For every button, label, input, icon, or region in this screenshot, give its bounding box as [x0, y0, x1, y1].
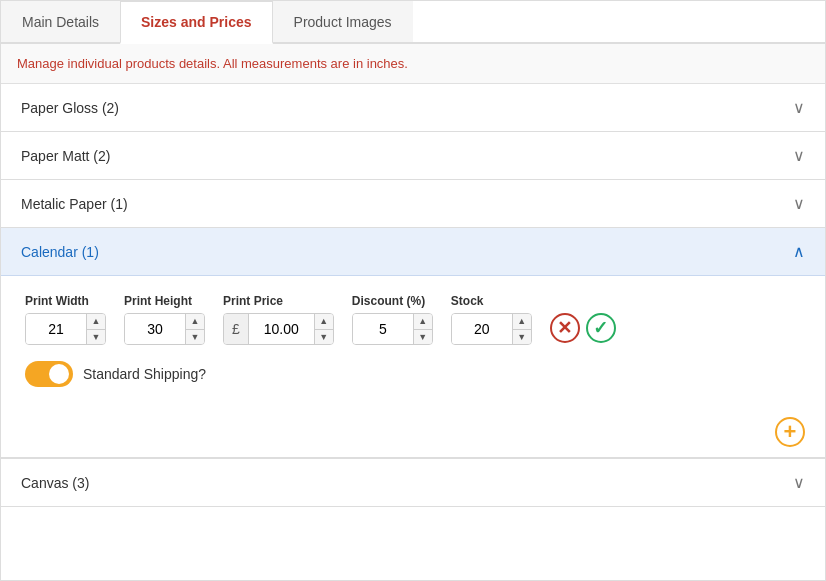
chevron-up-icon-calendar: ∧ — [793, 242, 805, 261]
chevron-down-icon-canvas: ∨ — [793, 473, 805, 492]
discount-label: Discount (%) — [352, 294, 425, 308]
accordion-header-calendar[interactable]: Calendar (1) ∧ — [1, 228, 825, 276]
form-group-print-height: Print Height ▲ ▼ — [124, 294, 205, 345]
print-price-down[interactable]: ▼ — [315, 329, 333, 346]
accordion-header-paper-gloss[interactable]: Paper Gloss (2) ∨ — [1, 84, 825, 131]
print-price-label: Print Price — [223, 294, 283, 308]
print-width-spinbtns: ▲ ▼ — [86, 313, 105, 345]
print-height-down[interactable]: ▼ — [186, 329, 204, 346]
print-height-label: Print Height — [124, 294, 192, 308]
shipping-toggle[interactable] — [25, 361, 73, 387]
chevron-down-icon-paper-gloss: ∨ — [793, 98, 805, 117]
shipping-toggle-label: Standard Shipping? — [83, 366, 206, 382]
form-group-discount: Discount (%) ▲ ▼ — [352, 294, 433, 345]
accordion-header-metalic-paper[interactable]: Metalic Paper (1) ∨ — [1, 180, 825, 227]
form-group-stock: Stock ▲ ▼ — [451, 294, 532, 345]
tab-product-images[interactable]: Product Images — [273, 1, 413, 42]
action-icons: ✕ ✓ — [550, 313, 616, 345]
print-height-spinbtns: ▲ ▼ — [185, 313, 204, 345]
discount-input[interactable] — [353, 313, 413, 345]
stock-spinner: ▲ ▼ — [451, 313, 532, 345]
discount-down[interactable]: ▼ — [414, 329, 432, 346]
accordion-paper-matt: Paper Matt (2) ∨ — [1, 132, 825, 180]
cancel-button[interactable]: ✕ — [550, 313, 580, 343]
accordion-calendar: Calendar (1) ∧ Print Width ▲ ▼ — [1, 228, 825, 459]
print-width-input[interactable] — [26, 313, 86, 345]
page-wrapper: Main Details Sizes and Prices Product Im… — [0, 0, 826, 581]
accordion-title-paper-gloss: Paper Gloss (2) — [21, 100, 119, 116]
print-price-up[interactable]: ▲ — [315, 313, 333, 329]
confirm-icon: ✓ — [593, 317, 608, 339]
print-price-spinbtns: ▲ ▼ — [314, 313, 333, 345]
form-group-print-price: Print Price £ ▲ ▼ — [223, 294, 334, 345]
discount-up[interactable]: ▲ — [414, 313, 432, 329]
accordion-canvas: Canvas (3) ∨ — [1, 459, 825, 507]
chevron-down-icon-metalic-paper: ∨ — [793, 194, 805, 213]
currency-prefix: £ — [224, 314, 249, 344]
stock-down[interactable]: ▼ — [513, 329, 531, 346]
calendar-form-body: Print Width ▲ ▼ Print Height — [1, 276, 825, 407]
accordion-title-canvas: Canvas (3) — [21, 475, 89, 491]
discount-spinbtns: ▲ ▼ — [413, 313, 432, 345]
print-height-spinner: ▲ ▼ — [124, 313, 205, 345]
stock-up[interactable]: ▲ — [513, 313, 531, 329]
tabs-bar: Main Details Sizes and Prices Product Im… — [1, 1, 825, 44]
print-width-up[interactable]: ▲ — [87, 313, 105, 329]
shipping-toggle-row: Standard Shipping? — [25, 361, 801, 387]
add-item-button[interactable]: + — [775, 417, 805, 447]
accordion-paper-gloss: Paper Gloss (2) ∨ — [1, 84, 825, 132]
form-row: Print Width ▲ ▼ Print Height — [25, 294, 801, 345]
stock-spinbtns: ▲ ▼ — [512, 313, 531, 345]
accordion-header-paper-matt[interactable]: Paper Matt (2) ∨ — [1, 132, 825, 179]
accordion-title-calendar: Calendar (1) — [21, 244, 99, 260]
print-width-spinner: ▲ ▼ — [25, 313, 106, 345]
accordion-metalic-paper: Metalic Paper (1) ∨ — [1, 180, 825, 228]
tab-sizes-and-prices[interactable]: Sizes and Prices — [120, 1, 273, 44]
plus-icon: + — [784, 421, 797, 443]
add-button-row: + — [1, 407, 825, 458]
toggle-slider — [25, 361, 73, 387]
confirm-button[interactable]: ✓ — [586, 313, 616, 343]
print-width-label: Print Width — [25, 294, 89, 308]
print-height-up[interactable]: ▲ — [186, 313, 204, 329]
form-group-print-width: Print Width ▲ ▼ — [25, 294, 106, 345]
accordion-title-paper-matt: Paper Matt (2) — [21, 148, 110, 164]
accordion-title-metalic-paper: Metalic Paper (1) — [21, 196, 128, 212]
cancel-icon: ✕ — [557, 317, 572, 339]
print-price-wrapper: £ ▲ ▼ — [223, 313, 334, 345]
stock-input[interactable] — [452, 313, 512, 345]
tab-main-details[interactable]: Main Details — [1, 1, 120, 42]
chevron-down-icon-paper-matt: ∨ — [793, 146, 805, 165]
accordion-header-canvas[interactable]: Canvas (3) ∨ — [1, 459, 825, 506]
print-height-input[interactable] — [125, 313, 185, 345]
stock-label: Stock — [451, 294, 484, 308]
print-width-down[interactable]: ▼ — [87, 329, 105, 346]
print-price-input[interactable] — [249, 313, 314, 345]
discount-spinner: ▲ ▼ — [352, 313, 433, 345]
info-bar: Manage individual products details. All … — [1, 44, 825, 84]
